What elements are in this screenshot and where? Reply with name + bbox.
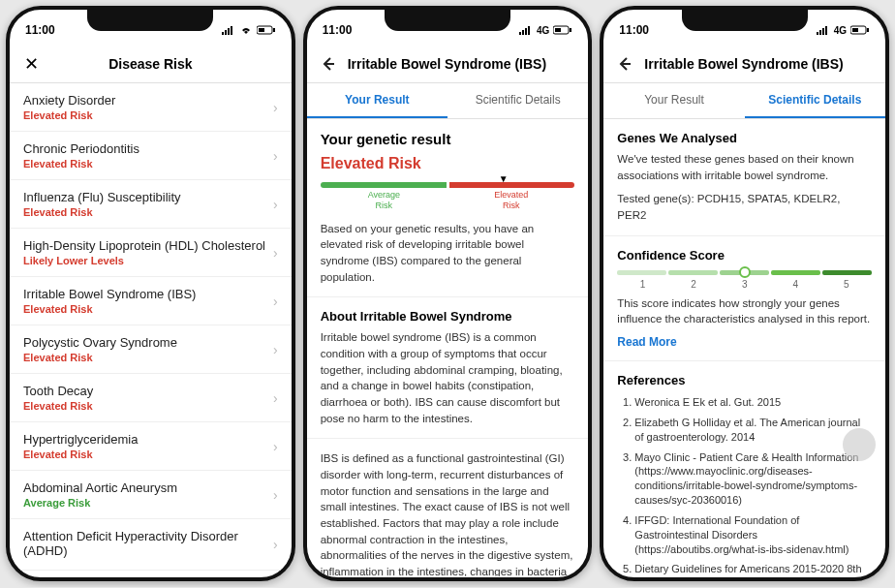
about-body: Irritable bowel syndrome (IBS) is a comm…	[321, 329, 575, 426]
risk-marker-icon: ▼	[499, 173, 509, 184]
genes-section: Genes We Analysed We've tested these gen…	[603, 119, 885, 236]
reference-item: Weronica E Ek et al. Gut. 2015	[634, 395, 872, 410]
disease-name: Influenza (Flu) Susceptibility	[23, 190, 273, 204]
status-icons	[222, 25, 276, 35]
risk-badge: Likely Lower Levels	[23, 255, 273, 266]
genes-heading: Genes We Analysed	[617, 131, 872, 145]
network-4g: 4G	[834, 25, 847, 36]
disease-list-scroll[interactable]: Anxiety Disorder Elevated Risk › Chronic…	[10, 83, 292, 577]
floating-action-icon[interactable]	[843, 428, 876, 461]
bar-average	[321, 182, 447, 188]
svg-rect-0	[222, 32, 224, 35]
tab-scientific-details[interactable]: Scientific Details	[745, 83, 885, 118]
result-scroll[interactable]: Your genetic result Elevated Risk ▼ Aver…	[307, 119, 589, 576]
risk-badge: Elevated Risk	[23, 449, 273, 460]
disease-row[interactable]: Polycystic Ovary Syndrome Elevated Risk …	[10, 325, 292, 374]
bar-elevated	[449, 182, 575, 188]
back-icon[interactable]	[615, 54, 634, 74]
page-title: Irritable Bowel Syndrome (IBS)	[348, 56, 546, 72]
disease-row[interactable]: Hypertriglyceridemia Elevated Risk ›	[10, 422, 292, 471]
references-heading: References	[617, 373, 872, 387]
chevron-right-icon: ›	[273, 487, 278, 503]
confidence-heading: Confidence Score	[617, 248, 872, 263]
confidence-labels: 12345	[617, 279, 872, 290]
bar-label-elevated: ElevatedRisk	[448, 190, 574, 211]
disease-row[interactable]: Influenza (Flu) Susceptibility Elevated …	[10, 180, 292, 229]
chevron-right-icon: ›	[273, 148, 278, 164]
disease-row[interactable]: Abdominal Aortic Aneurysm Average Risk ›	[10, 471, 292, 519]
disease-row[interactable]: Attention Deficit Hyperactivity Disorder…	[10, 519, 292, 571]
page-title: Irritable Bowel Syndrome (IBS)	[644, 56, 843, 72]
bar-label-average: AverageRisk	[321, 190, 448, 211]
phone-disease-list: 11:00 ✕ Disease Risk Anxiety Disorder El…	[6, 6, 295, 581]
risk-badge: Average Risk	[23, 497, 273, 509]
back-icon[interactable]	[319, 54, 338, 74]
disease-row[interactable]: Anxiety Disorder Elevated Risk ›	[10, 83, 292, 132]
svg-rect-1	[225, 30, 227, 35]
reference-item: IFFGD: International Foundation of Gastr…	[634, 513, 872, 557]
genes-body: We've tested these genes based on their …	[617, 151, 872, 183]
svg-rect-17	[822, 28, 824, 35]
close-icon[interactable]: ✕	[21, 54, 41, 74]
header: Irritable Bowel Syndrome (IBS)	[603, 45, 885, 83]
tab-scientific-details[interactable]: Scientific Details	[448, 83, 588, 118]
disease-name: Abdominal Aortic Aneurysm	[23, 480, 273, 495]
result-body: Based on your genetic results, you have …	[321, 221, 575, 286]
tabs: Your Result Scientific Details	[307, 83, 589, 119]
scientific-scroll[interactable]: Genes We Analysed We've tested these gen…	[603, 119, 885, 576]
chevron-right-icon: ›	[273, 197, 278, 212]
disease-row[interactable]: Chronic Periodontitis Elevated Risk ›	[10, 132, 292, 180]
about-section: About Irritable Bowel Syndrome Irritable…	[307, 297, 589, 439]
status-icons: 4G	[817, 25, 870, 36]
status-time: 11:00	[619, 23, 649, 37]
reference-item: Mayo Clinic - Patient Care & Health Info…	[634, 450, 872, 508]
header: ✕ Disease Risk	[10, 45, 292, 83]
battery-icon	[850, 25, 870, 35]
disease-name: Tooth Decay	[23, 384, 273, 398]
references-section: References Weronica E Ek et al. Gut. 201…	[603, 361, 885, 576]
network-4g: 4G	[537, 25, 549, 36]
confidence-segment	[822, 270, 872, 275]
status-icons: 4G	[519, 25, 572, 36]
disease-row[interactable]: High-Density Lipoprotein (HDL) Cholester…	[10, 229, 292, 277]
reference-item: Elizabeth G Holliday et al. The American…	[634, 416, 872, 445]
svg-rect-8	[522, 30, 524, 35]
disease-name: Anxiety Disorder	[23, 93, 273, 108]
chevron-right-icon: ›	[273, 245, 278, 261]
battery-icon	[553, 25, 572, 35]
confidence-segment	[617, 270, 666, 275]
battery-icon	[257, 25, 276, 35]
status-time: 11:00	[323, 23, 353, 37]
confidence-tick: 2	[668, 279, 720, 290]
about-heading: About Irritable Bowel Syndrome	[321, 309, 575, 324]
svg-rect-21	[852, 28, 858, 32]
chevron-right-icon: ›	[273, 294, 278, 309]
confidence-bar	[617, 270, 872, 275]
svg-rect-13	[555, 28, 561, 32]
tab-your-result[interactable]: Your Result	[307, 83, 448, 118]
confidence-body: This score indicates how strongly your g…	[617, 295, 872, 327]
tab-your-result[interactable]: Your Result	[603, 83, 744, 118]
disease-row[interactable]: Irritable Bowel Syndrome (IBS) Elevated …	[10, 277, 292, 325]
disease-row[interactable]: Tooth Decay Elevated Risk ›	[10, 374, 292, 422]
notch	[385, 10, 510, 31]
notch	[87, 10, 213, 31]
svg-rect-10	[528, 26, 530, 35]
detail-body: IBS is defined as a functional gastroint…	[321, 450, 575, 576]
phone-result: 11:00 4G Irritable Bowel Syndrome (IBS) …	[303, 6, 593, 581]
genetic-result-section: Your genetic result Elevated Risk ▼ Aver…	[307, 119, 589, 297]
detail-section: IBS is defined as a functional gastroint…	[307, 439, 589, 576]
read-more-link[interactable]: Read More	[617, 335, 872, 349]
risk-badge: Elevated Risk	[23, 109, 273, 121]
chevron-right-icon: ›	[273, 390, 278, 406]
confidence-tick: 3	[719, 279, 770, 290]
references-list: Weronica E Ek et al. Gut. 2015Elizabeth …	[617, 395, 872, 576]
chevron-right-icon: ›	[273, 537, 278, 552]
phone-scientific: 11:00 4G Irritable Bowel Syndrome (IBS) …	[600, 6, 889, 581]
svg-rect-6	[259, 28, 264, 32]
confidence-segment	[771, 270, 820, 275]
svg-rect-12	[570, 28, 571, 32]
svg-rect-20	[867, 28, 869, 32]
risk-bar: ▼ AverageRisk ElevatedRisk	[321, 182, 575, 211]
result-heading: Your genetic result	[321, 131, 575, 147]
